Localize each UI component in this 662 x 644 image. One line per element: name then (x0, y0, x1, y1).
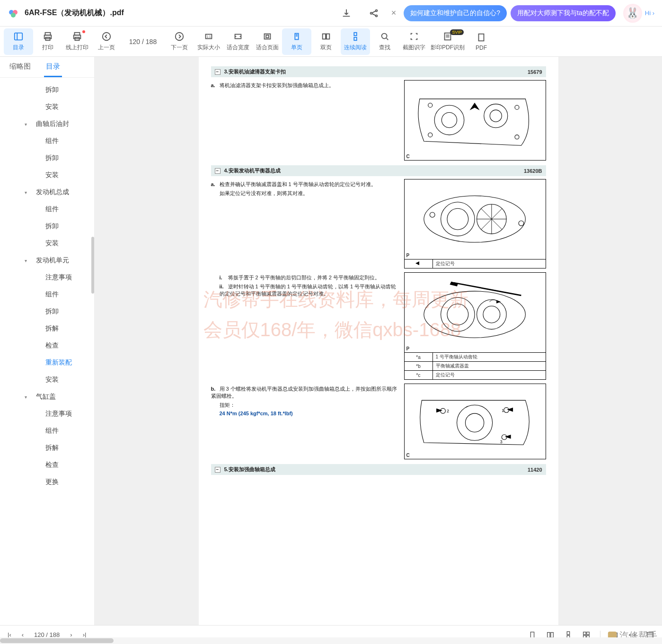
toc-item[interactable]: ▾曲轴后油封 (0, 116, 94, 133)
main-toolbar: 目录 打印 线上打印 上一页 120 / 188 下一页 1:1 实际大小 适合… (0, 27, 662, 57)
svg-point-15 (176, 33, 184, 41)
toc-item[interactable]: 拆卸 (0, 218, 94, 235)
figure-key-table: *a1 号平衡轴从动齿轮 *b平衡轴减震器盖 *c定位记号 (404, 352, 546, 380)
toc-item-label: 拆卸 (45, 86, 59, 94)
figure-box: 213 C (404, 384, 546, 459)
svg-point-54 (441, 298, 475, 332)
toc-item[interactable]: ▾发动机单元 (0, 252, 94, 269)
toc-item[interactable]: 重新装配 (0, 354, 94, 371)
toc-item[interactable]: 组件 (0, 201, 94, 218)
svg-marker-52 (415, 261, 419, 265)
collapse-icon[interactable]: − (215, 69, 221, 75)
svg-point-55 (447, 304, 468, 325)
toc-item-label: 拆卸 (45, 222, 59, 231)
download-icon[interactable] (341, 8, 352, 18)
actual-size-button[interactable]: 1:1 实际大小 (194, 28, 223, 55)
promo-pill-2[interactable]: 用配对大师测下我与ta的配不配 (511, 5, 616, 21)
svg-point-36 (484, 104, 508, 128)
svg-point-43 (441, 202, 475, 236)
tab-thumbnail[interactable]: 缩略图 (8, 57, 33, 77)
svg-rect-73 (567, 631, 569, 634)
page-indicator-top[interactable]: 120 / 188 (121, 38, 165, 45)
avatar[interactable]: 🐰 (623, 4, 642, 23)
search-button[interactable]: 查找 (370, 28, 399, 55)
promo-pill-1[interactable]: 如何建立和维护自己的自信心? (404, 5, 507, 21)
sidebar-scrollbar[interactable] (91, 237, 94, 294)
svg-rect-72 (551, 632, 553, 637)
svg-point-5 (375, 15, 377, 17)
double-page-button[interactable]: 双页 (311, 28, 341, 55)
figure-box: P (404, 272, 546, 353)
svg-rect-70 (530, 632, 534, 638)
fit-page-icon (262, 31, 273, 42)
figure-column: 213 C (404, 384, 546, 459)
toc-item[interactable]: 拆卸 (0, 150, 94, 167)
toc-item-label: 安装 (45, 239, 59, 248)
toc-item[interactable]: 注意事项 (0, 269, 94, 286)
toc-item[interactable]: 安装 (0, 167, 94, 184)
toc-item[interactable]: 检查 (0, 337, 94, 354)
svg-point-57 (483, 306, 500, 323)
actual-size-icon: 1:1 (203, 31, 214, 42)
tab-toc[interactable]: 目录 (44, 57, 62, 77)
toc-item[interactable]: 安装 (0, 371, 94, 388)
svg-point-28 (382, 34, 387, 39)
single-page-button[interactable]: 单页 (282, 28, 311, 55)
toc-item-label: 安装 (45, 376, 59, 384)
toc-item[interactable]: 拆卸 (0, 81, 94, 98)
toc-item[interactable]: ▾气缸盖 (0, 388, 94, 405)
snip-ocr-button[interactable]: 截图识字 (399, 28, 429, 55)
app-logo (8, 8, 19, 19)
section-header-4: − 4.安装发动机平衡器总成 13620B (211, 165, 546, 176)
catalog-button[interactable]: 目录 (4, 28, 33, 55)
fit-page-button[interactable]: 适合页面 (253, 28, 282, 55)
toc-item-label: 发动机总成 (36, 188, 69, 197)
svg-point-2 (11, 13, 16, 18)
continuous-button[interactable]: 连续阅读 (341, 28, 370, 55)
svg-rect-71 (547, 632, 550, 637)
text-column: i.将扳手置于 2 号平衡轴的后切口部位，并将 2 号平衡轴固定到位。 ii.逆… (211, 272, 399, 380)
toc-item[interactable]: 注意事项 (0, 405, 94, 422)
close-promo-icon[interactable]: × (391, 8, 397, 18)
toc-item[interactable]: 组件 (0, 422, 94, 439)
toc-item[interactable]: 拆解 (0, 439, 94, 456)
svg-text:3: 3 (500, 439, 503, 444)
svg-point-35 (442, 113, 457, 128)
toc-item[interactable]: 检查 (0, 456, 94, 474)
svg-point-60 (466, 413, 484, 432)
ocr-button[interactable]: SVIP 影印PDF识别 (429, 28, 467, 55)
toc-item[interactable]: 安装 (0, 98, 94, 116)
toc-item[interactable]: 更换 (0, 474, 94, 491)
toc-item[interactable]: ▾发动机总成 (0, 184, 94, 201)
fit-width-button[interactable]: 适合宽度 (223, 28, 253, 55)
share-icon[interactable] (369, 8, 379, 18)
toc-item[interactable]: 拆卸 (0, 303, 94, 320)
print-button[interactable]: 打印 (33, 28, 62, 55)
toc-item[interactable]: 安装 (0, 235, 94, 252)
toc-item-label: 气缸盖 (36, 393, 56, 401)
toc-item-label: 注意事项 (45, 410, 72, 418)
svg-point-14 (103, 33, 111, 41)
sidebar: 缩略图 目录 拆卸安装▾曲轴后油封组件拆卸安装▾发动机总成组件拆卸安装▾发动机单… (0, 57, 95, 625)
svg-point-51 (519, 221, 524, 226)
crankcase-diagram: 213 (411, 388, 538, 455)
horizontal-scrollbar[interactable] (0, 637, 662, 644)
text-column: a.检查并确认平衡轴减震器盖和 1 号平衡轴从动齿轮的定位记号对准。 如果定位记… (211, 179, 399, 268)
toc-item-label: 安装 (45, 171, 59, 179)
online-print-button[interactable]: 线上打印 (62, 28, 92, 55)
fit-width-icon (233, 31, 243, 42)
svg-point-59 (457, 405, 493, 440)
toc-item[interactable]: 组件 (0, 286, 94, 303)
next-page-button[interactable]: 下一页 (165, 28, 194, 55)
collapse-icon[interactable]: − (215, 467, 221, 473)
pdf-more-button[interactable]: PDF (467, 28, 496, 55)
collapse-icon[interactable]: − (215, 168, 221, 174)
prev-page-button[interactable]: 上一页 (92, 28, 121, 55)
toc-item[interactable]: 拆解 (0, 320, 94, 337)
svg-text:2: 2 (447, 409, 449, 413)
pdf-icon (476, 32, 486, 43)
hi-greeting[interactable]: Hi › (645, 9, 654, 17)
toc-item[interactable]: 组件 (0, 133, 94, 150)
document-viewport[interactable]: − 3.安装机油滤清器支架卡扣 15679 a.将机油滤清器支架卡扣安装到加强曲… (95, 57, 662, 625)
toc-item-label: 拆解 (45, 324, 59, 333)
